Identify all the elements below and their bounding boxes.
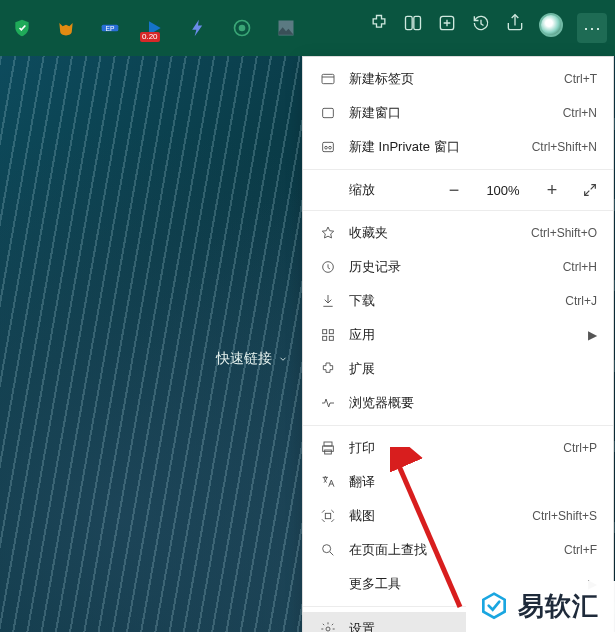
toolbar-extensions: EP 0.20	[8, 18, 296, 38]
shield-green-icon[interactable]	[12, 18, 32, 38]
menu-print[interactable]: 打印 Ctrl+P	[303, 431, 613, 465]
menu-label: 打印	[349, 439, 551, 457]
svg-rect-21	[325, 513, 330, 518]
profile-avatar[interactable]	[539, 13, 563, 37]
find-icon	[319, 541, 337, 559]
zoom-out-button[interactable]: −	[441, 177, 467, 203]
menu-shortcut: Ctrl+P	[563, 441, 597, 455]
svg-rect-6	[414, 16, 421, 29]
download-icon	[319, 292, 337, 310]
play-icon[interactable]: 0.20	[144, 18, 164, 38]
menu-label: 下载	[349, 292, 553, 310]
menu-zoom-row: 缩放 − 100% +	[303, 170, 613, 210]
star-icon	[319, 224, 337, 242]
screenshot-icon	[319, 507, 337, 525]
menu-label: 收藏夹	[349, 224, 519, 242]
more-menu-button[interactable]: ⋯	[577, 13, 607, 43]
apps-icon	[319, 326, 337, 344]
svg-rect-14	[323, 330, 327, 334]
menu-label: 翻译	[349, 473, 597, 491]
ep-icon[interactable]: EP	[100, 18, 120, 38]
menu-shortcut: Ctrl+H	[563, 260, 597, 274]
chevron-down-icon	[278, 354, 288, 364]
menu-history[interactable]: 历史记录 Ctrl+H	[303, 250, 613, 284]
extensions-icon	[319, 360, 337, 378]
menu-label: 扩展	[349, 360, 597, 378]
svg-point-3	[239, 25, 246, 32]
circle-green-icon[interactable]	[232, 18, 252, 38]
fox-orange-icon[interactable]	[56, 18, 76, 38]
watermark-logo-icon	[478, 591, 510, 623]
print-icon	[319, 439, 337, 457]
svg-rect-20	[325, 450, 332, 454]
menu-shortcut: Ctrl+Shift+N	[532, 140, 597, 154]
zoom-value: 100%	[481, 183, 525, 198]
menu-downloads[interactable]: 下载 Ctrl+J	[303, 284, 613, 318]
watermark-text: 易软汇	[518, 589, 599, 624]
collections-icon[interactable]	[437, 13, 457, 33]
history-icon	[319, 258, 337, 276]
toolbar-actions: ⋯	[369, 13, 607, 43]
fullscreen-button[interactable]	[579, 177, 601, 203]
quick-links[interactable]: 快速链接	[216, 350, 288, 368]
menu-new-window[interactable]: 新建窗口 Ctrl+N	[303, 96, 613, 130]
menu-label: 新建 InPrivate 窗口	[349, 138, 520, 156]
menu-shortcut: Ctrl+J	[565, 294, 597, 308]
svg-rect-9	[323, 108, 334, 117]
menu-shortcut: Ctrl+F	[564, 543, 597, 557]
share-icon[interactable]	[505, 13, 525, 33]
menu-apps[interactable]: 应用 ▶	[303, 318, 613, 352]
menu-shortcut: Ctrl+N	[563, 106, 597, 120]
menu-find[interactable]: 在页面上查找 Ctrl+F	[303, 533, 613, 567]
svg-rect-16	[323, 336, 327, 340]
svg-point-11	[325, 146, 328, 149]
zoom-in-button[interactable]: +	[539, 177, 565, 203]
bolt-icon[interactable]	[188, 18, 208, 38]
svg-text:EP: EP	[106, 25, 115, 32]
svg-rect-17	[329, 336, 333, 340]
play-badge: 0.20	[140, 32, 160, 42]
menu-favorites[interactable]: 收藏夹 Ctrl+Shift+O	[303, 216, 613, 250]
menu-screenshot[interactable]: 截图 Ctrl+Shift+S	[303, 499, 613, 533]
menu-label: 在页面上查找	[349, 541, 552, 559]
svg-rect-5	[406, 16, 413, 29]
menu-label: 新建窗口	[349, 104, 551, 122]
extensions-toolbar-icon[interactable]	[369, 13, 389, 33]
svg-point-12	[329, 146, 332, 149]
translate-icon	[319, 473, 337, 491]
new-tab-icon	[319, 70, 337, 88]
menu-extensions[interactable]: 扩展	[303, 352, 613, 386]
menu-label: 历史记录	[349, 258, 551, 276]
picture-thumb-icon[interactable]	[276, 18, 296, 38]
browser-toolbar: EP 0.20 ⋯	[0, 0, 615, 56]
svg-rect-8	[322, 74, 334, 83]
zoom-label: 缩放	[349, 181, 427, 199]
settings-menu: 新建标签页 Ctrl+T 新建窗口 Ctrl+N 新建 InPrivate 窗口…	[302, 56, 614, 632]
menu-new-inprivate[interactable]: 新建 InPrivate 窗口 Ctrl+Shift+N	[303, 130, 613, 164]
menu-browser-essentials[interactable]: 浏览器概要	[303, 386, 613, 420]
svg-rect-15	[329, 330, 333, 334]
menu-shortcut: Ctrl+T	[564, 72, 597, 86]
menu-label: 新建标签页	[349, 70, 552, 88]
inprivate-icon	[319, 138, 337, 156]
gear-icon	[319, 620, 337, 632]
menu-label: 浏览器概要	[349, 394, 597, 412]
split-screen-icon[interactable]	[403, 13, 423, 33]
svg-point-23	[326, 627, 330, 631]
watermark: 易软汇	[466, 581, 615, 632]
pulse-icon	[319, 394, 337, 412]
menu-label: 应用	[349, 326, 576, 344]
svg-rect-10	[323, 142, 334, 151]
svg-rect-18	[324, 442, 332, 446]
svg-point-22	[323, 545, 331, 553]
chevron-right-icon: ▶	[588, 328, 597, 342]
history-toolbar-icon[interactable]	[471, 13, 491, 33]
menu-label: 截图	[349, 507, 520, 525]
quick-links-label: 快速链接	[216, 350, 272, 368]
menu-new-tab[interactable]: 新建标签页 Ctrl+T	[303, 62, 613, 96]
menu-translate[interactable]: 翻译	[303, 465, 613, 499]
new-window-icon	[319, 104, 337, 122]
menu-shortcut: Ctrl+Shift+S	[532, 509, 597, 523]
menu-shortcut: Ctrl+Shift+O	[531, 226, 597, 240]
